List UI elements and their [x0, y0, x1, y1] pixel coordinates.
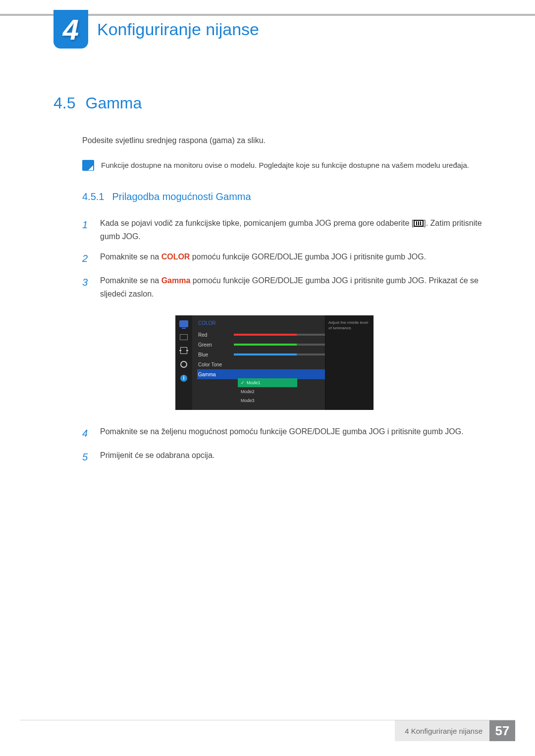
step-2: 2 Pomaknite se na COLOR pomoću funkcije …	[82, 250, 495, 267]
step-text: Kada se pojavi vodič za funkcijske tipke…	[100, 216, 495, 243]
note-icon	[82, 160, 94, 171]
note-text: Funkcije dostupne na monitoru ovise o mo…	[101, 160, 469, 171]
step-5: 5 Primijenit će se odabrana opcija.	[82, 449, 495, 465]
subsection-title: Prilagodba mogućnosti Gamma	[112, 191, 251, 202]
step-number: 4	[82, 425, 91, 442]
list-icon	[180, 334, 188, 340]
step-text: Pomaknite se na COLOR pomoću funkcije GO…	[100, 250, 426, 267]
step-number: 2	[82, 250, 91, 267]
section-heading: 4.5 Gamma	[54, 94, 495, 112]
step-number: 3	[82, 274, 91, 301]
step-text: Pomaknite se na Gamma pomoću funkcije GO…	[100, 274, 495, 301]
monitor-icon	[179, 320, 188, 327]
check-icon: ✓	[241, 380, 245, 385]
resize-icon	[180, 347, 187, 354]
keyword-color: COLOR	[161, 252, 190, 261]
step-number: 5	[82, 449, 91, 465]
step-1: 1 Kada se pojavi vodič za funkcijske tip…	[82, 216, 495, 243]
info-icon: i	[180, 375, 187, 382]
menu-icon	[414, 220, 424, 227]
osd-description: Adjust the middle level of luminance.	[325, 315, 374, 410]
step-text: Pomaknite se na željenu mogućnost pomoću…	[100, 425, 464, 442]
step-3: 3 Pomaknite se na Gamma pomoću funkcije …	[82, 274, 495, 301]
chapter-title: Konfiguriranje nijanse	[97, 20, 259, 39]
note-block: Funkcije dostupne na monitoru ovise o mo…	[82, 160, 495, 171]
gamma-submenu: ✓Mode1 Mode2 Mode3	[238, 378, 297, 405]
step-text: Primijenit će se odabrana opcija.	[100, 449, 214, 465]
osd-screenshot: i COLOR Red 50 Green 50 Blue 50	[175, 315, 374, 410]
section-number: 4.5	[54, 94, 75, 112]
chapter-number: 4	[63, 13, 79, 46]
gamma-mode1: ✓Mode1	[238, 378, 297, 387]
chapter-number-box: 4	[54, 10, 88, 49]
section-title: Gamma	[85, 94, 142, 112]
page-footer: 4 Konfiguriranje nijanse 57	[395, 720, 515, 741]
page-number: 57	[489, 720, 515, 741]
section-intro: Podesite svjetlinu srednjeg raspona (gam…	[82, 136, 495, 145]
keyword-gamma: Gamma	[161, 276, 191, 285]
gamma-mode3: Mode3	[238, 396, 297, 405]
step-4: 4 Pomaknite se na željenu mogućnost pomo…	[82, 425, 495, 442]
footer-chapter-label: 4 Konfiguriranje nijanse	[405, 727, 489, 735]
osd-sidebar: i	[175, 315, 192, 410]
subsection-number: 4.5.1	[82, 191, 104, 202]
gamma-mode2: Mode2	[238, 387, 297, 396]
gear-icon	[180, 361, 187, 368]
step-number: 1	[82, 216, 91, 243]
subsection-heading: 4.5.1 Prilagodba mogućnosti Gamma	[82, 191, 495, 202]
chapter-header: 4 Konfiguriranje nijanse	[54, 10, 259, 49]
